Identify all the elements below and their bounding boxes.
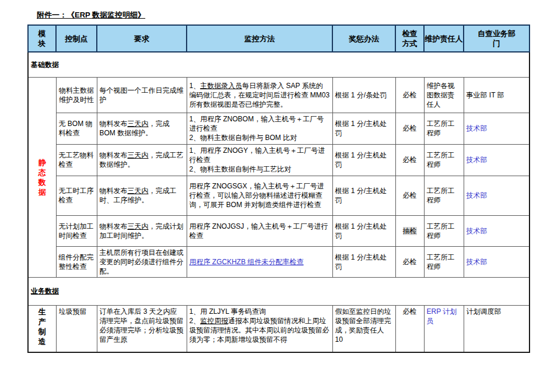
text-segment: 无计划加工时间检查: [59, 222, 94, 240]
table-header: 模 块控制点要求监控方法奖惩办法检查 方式维护责任人自查业务部 门: [28, 25, 530, 52]
cell-maintainer: 维护各视图数据责任人: [424, 77, 464, 113]
cell-maintainer: 工艺所工程师: [424, 246, 464, 277]
text-segment: 根据 1 分/主机处罚: [335, 187, 387, 204]
cell-control-point: 组件分配完整性检查: [56, 246, 97, 277]
cell-maintainer: 工艺所工程师: [424, 144, 464, 176]
cell-check-mode: 必检: [395, 176, 424, 215]
column-header-control-point: 控制点: [56, 25, 97, 52]
cell-penalty: 根据 1 分/主机处罚: [332, 176, 395, 215]
text-segment: 用程序 ZNOJGSJ，输入主机号＋工厂号进行检查: [190, 222, 328, 240]
cell-requirement: 物料发布三天内，完成计划加工时间维护。: [97, 215, 187, 246]
column-header-check-mode: 检查 方式: [395, 25, 424, 52]
cell-requirement: 订单在入库后 3 天之内应清理完毕，盘点前垃圾预留必须清理完毕；分析垃圾预留产生…: [97, 305, 187, 352]
cell-monitoring-method: 1、用 ZLJYL 事务码查询 2、监控周报通报本周垃圾预留情况和上周垃圾预留清…: [187, 305, 332, 352]
text-segment: 监控周报: [200, 317, 228, 325]
text-segment: 无工时工序检查: [59, 187, 94, 204]
text-segment: 必检: [403, 91, 417, 99]
cell-self-check-dept: 计划调度部: [464, 305, 530, 352]
text-segment: 工艺所工程师: [427, 151, 455, 169]
cell-penalty: 根据 1 分/主机处罚: [332, 113, 395, 144]
cell-check-mode: 必检: [395, 246, 424, 277]
column-header-maintainer: 维护责任人: [424, 25, 464, 52]
text-segment: 用程序 ZGCKHZB 组件未分配率检查: [190, 258, 304, 266]
module-label: 生 产 制 造: [38, 307, 46, 346]
text-segment: 用程序 ZNOGSGX，输入主机号＋工厂号进行检查，可以输入部分物料描述进行模糊…: [190, 182, 324, 209]
text-segment: 技术部: [467, 191, 488, 200]
document-title: 附件一：《ERP 数据监控明细》: [37, 10, 145, 20]
header-row: 模 块控制点要求监控方法奖惩办法检查 方式维护责任人自查业务部 门: [28, 25, 530, 52]
text-segment: 1、用程序 ZNOGY，输入主机号＋工厂号进行检查 2、物料主数据自制件与工艺比…: [190, 146, 325, 173]
cell-control-point: 物料主数据维护及时性: [56, 77, 97, 113]
cell-control-point: 无工时工序检查: [56, 176, 97, 215]
text-segment: 必检: [403, 258, 417, 266]
table-row: 生 产 制 造垃圾预留订单在入库后 3 天之内应清理完毕，盘点前垃圾预留必须清理…: [28, 305, 530, 352]
section-title: 基础数据: [31, 61, 59, 69]
text-segment: 必检: [403, 307, 417, 316]
table-row: 无 BOM 物料检查物料发布三天内，完成 BOM 数据维护。1、用程序 ZNOB…: [28, 113, 530, 144]
cell-self-check-dept: 技术部: [464, 246, 530, 277]
module-label: 静 态 数 据: [38, 158, 46, 197]
text-segment: 三天内: [128, 151, 149, 159]
text-segment: 抽检: [403, 227, 417, 235]
section-row: 基础数据: [28, 52, 530, 77]
cell-control-point: 无工艺物料检查: [56, 144, 97, 176]
table-row: 无工时工序检查物料发布三天内，完成工时、工序维护。用程序 ZNOGSGX，输入主…: [28, 176, 530, 215]
text-segment: 物料主数据维护及时性: [59, 86, 94, 104]
cell-requirement: 物料发布三天内，完成工艺数据维护。: [97, 144, 187, 176]
text-segment: 三天内: [128, 222, 149, 230]
cell-penalty: 根据 1 分/主机处罚: [332, 246, 395, 277]
cell-requirement: 主机层所有行项目在创建或变更的同时必须进行组件分配。: [97, 246, 187, 277]
text-segment: 假如至监控日的垃圾预留全部清理完成，奖励责任人 10: [335, 307, 391, 344]
text-segment: 根据 1 分/主机处罚: [335, 120, 387, 137]
text-segment: 技术部: [467, 227, 488, 235]
column-header-module: 模 块: [28, 25, 56, 52]
column-header-self-check-dept: 自查业务部 门: [464, 25, 530, 52]
cell-maintainer: 工艺所工程师: [424, 176, 464, 215]
cell-self-check-dept: 事业部 IT 部: [464, 77, 530, 113]
cell-maintainer: 工艺所工程师: [424, 113, 464, 144]
text-segment: 根据 1 分/条处罚: [335, 91, 387, 99]
column-header-requirement: 要求: [97, 25, 187, 52]
column-header-monitoring-method: 监控方法: [187, 25, 332, 52]
cell-penalty: 根据 1 分/主机处罚: [332, 215, 395, 246]
column-header-penalty: 奖惩办法: [332, 25, 395, 52]
text-segment: ERP 计划员: [427, 307, 457, 325]
text-segment: 工艺所工程师: [427, 120, 455, 137]
cell-penalty: 根据 1 分/条处罚: [332, 77, 395, 113]
cell-monitoring-method: 1、用程序 ZNOBOM，输入主机号＋工厂号进行检查 2、物料主数据自制件与 B…: [187, 113, 332, 144]
cell-self-check-dept: 技术部: [464, 144, 530, 176]
text-segment: 事业部 IT 部: [467, 91, 504, 99]
table-body: 基础数据静 态 数 据物料主数据维护及时性每个视图一个工作日完成维护1、主数据录…: [28, 52, 530, 352]
text-segment: 计划调度部: [467, 307, 502, 316]
text-segment: 三天内: [128, 187, 149, 195]
text-segment: 1、: [190, 82, 201, 90]
text-segment: 垃圾预留: [59, 307, 87, 316]
cell-check-mode: 抽检: [395, 215, 424, 246]
cell-control-point: 无 BOM 物料检查: [56, 113, 97, 144]
section-title: 业务数据: [31, 287, 59, 295]
cell-module: 静 态 数 据: [28, 77, 56, 277]
table-row: 无工艺物料检查物料发布三天内，完成工艺数据维护。1、用程序 ZNOGY，输入主机…: [28, 144, 530, 176]
text-segment: 技术部: [467, 258, 488, 266]
text-segment: 物料发布: [100, 187, 128, 195]
cell-control-point: 无计划加工时间检查: [56, 215, 97, 246]
cell-maintainer: 工艺所工程师: [424, 215, 464, 246]
cell-self-check-dept: 技术部: [464, 176, 530, 215]
cell-monitoring-method: 用程序 ZGCKHZB 组件未分配率检查: [187, 246, 332, 277]
text-segment: 根据 1 分/主机处罚: [335, 151, 387, 169]
text-segment: 工艺所工程师: [427, 187, 455, 204]
text-segment: 无工艺物料检查: [59, 151, 94, 169]
text-segment: 无 BOM 物料检查: [59, 120, 93, 137]
text-segment: 物料发布: [100, 120, 128, 128]
text-segment: 每个视图一个工作日完成维护: [100, 86, 184, 104]
text-segment: 必检: [403, 191, 417, 200]
cell-check-mode: 必检: [395, 144, 424, 176]
section-row: 业务数据: [28, 277, 530, 305]
cell-monitoring-method: 用程序 ZNOJGSJ，输入主机号＋工厂号进行检查: [187, 215, 332, 246]
cell-monitoring-method: 1、主数据录入员每日将新录入 SAP 系统的编码做汇总表，在规定时间后进行检查 …: [187, 77, 332, 113]
cell-requirement: 每个视图一个工作日完成维护: [97, 77, 187, 113]
text-segment: 工艺所工程师: [427, 253, 455, 271]
text-segment: 组件分配完整性检查: [59, 253, 94, 271]
text-segment: 物料发布: [100, 222, 128, 230]
cell-penalty: 假如至监控日的垃圾预留全部清理完成，奖励责任人 10: [332, 305, 395, 352]
